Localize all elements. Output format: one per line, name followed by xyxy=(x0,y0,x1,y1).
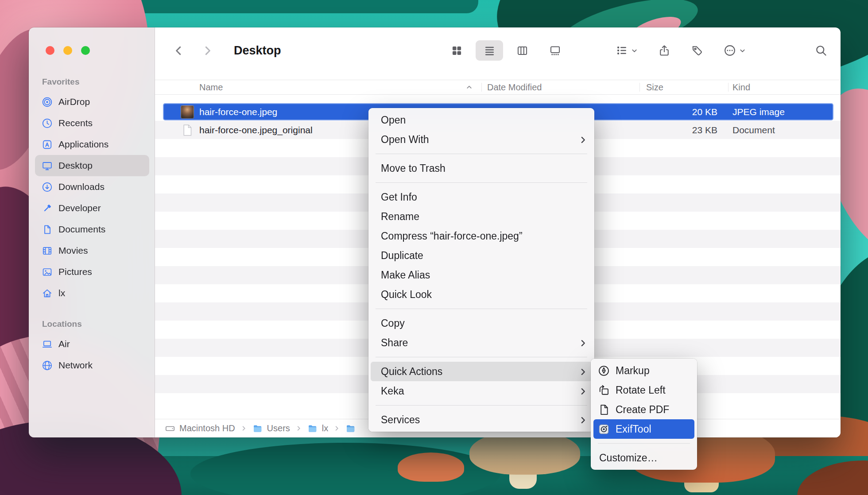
submenu-item-label: Customize… xyxy=(599,452,658,464)
forward-button[interactable] xyxy=(201,44,214,57)
submenu-item-exiftool[interactable]: ExifTool xyxy=(593,419,694,439)
menu-item-move-to-trash[interactable]: Move to Trash xyxy=(371,159,592,178)
back-button[interactable] xyxy=(172,44,185,57)
gallery-view-icon xyxy=(549,45,561,57)
desktop-icon xyxy=(42,160,53,171)
chevron-right-icon xyxy=(579,368,587,375)
grid-view-icon xyxy=(451,45,463,57)
submenu-item-label: ExifTool xyxy=(616,423,651,435)
submenu-item-label: Create PDF xyxy=(616,404,669,416)
list-view-button[interactable] xyxy=(476,40,503,61)
document-file-icon xyxy=(181,124,194,137)
back-chevron-icon xyxy=(172,44,185,57)
column-divider[interactable] xyxy=(639,83,640,92)
submenu-item-customize[interactable]: Customize… xyxy=(593,448,694,468)
menu-item-get-info[interactable]: Get Info xyxy=(371,187,592,207)
chevron-right-icon xyxy=(579,339,587,347)
submenu-item-create-pdf[interactable]: Create PDF xyxy=(593,400,694,419)
more-actions-button[interactable] xyxy=(724,44,746,57)
menu-item-quick-actions[interactable]: Quick Actions xyxy=(371,362,592,381)
downloads-icon xyxy=(42,182,53,193)
menu-separator xyxy=(376,154,587,154)
menu-item-label: Duplicate xyxy=(381,250,423,262)
chevron-right-icon xyxy=(295,425,302,432)
sidebar-item-home[interactable]: lx xyxy=(35,282,149,304)
column-header-name[interactable]: Name xyxy=(199,82,223,93)
path-item-label: Macintosh HD xyxy=(179,423,235,433)
close-button[interactable] xyxy=(46,46,54,55)
sidebar-item-label: Documents xyxy=(58,224,105,235)
menu-item-open-with[interactable]: Open With xyxy=(371,130,592,149)
search-button[interactable] xyxy=(815,44,827,57)
tags-button[interactable] xyxy=(691,44,703,57)
sidebar-item-network[interactable]: Network xyxy=(35,355,149,376)
menu-item-keka[interactable]: Keka xyxy=(371,381,592,401)
column-header-date-modified[interactable]: Date Modified xyxy=(487,82,542,93)
menu-item-quick-look[interactable]: Quick Look xyxy=(371,285,592,304)
sidebar-section-locations: Locations xyxy=(42,319,155,329)
menu-item-open[interactable]: Open xyxy=(371,110,592,130)
path-item-label: lx xyxy=(322,423,328,433)
path-item-macintosh-hd[interactable]: Macintosh HD xyxy=(165,423,235,434)
column-header-size[interactable]: Size xyxy=(646,82,663,93)
sidebar-item-pictures[interactable]: Pictures xyxy=(35,261,149,282)
menu-item-copy[interactable]: Copy xyxy=(371,313,592,333)
sidebar-item-downloads[interactable]: Downloads xyxy=(35,176,149,197)
menu-separator xyxy=(376,405,587,406)
exiftool-app-icon xyxy=(598,423,610,435)
submenu-item-label: Rotate Left xyxy=(616,384,666,396)
share-button[interactable] xyxy=(658,44,670,57)
zoom-button[interactable] xyxy=(81,46,90,55)
sidebar-item-applications[interactable]: Applications xyxy=(35,134,149,155)
sidebar-item-movies[interactable]: Movies xyxy=(35,240,149,261)
sidebar-item-developer[interactable]: Developer xyxy=(35,197,149,219)
menu-item-label: Quick Look xyxy=(381,289,432,301)
menu-item-label: Keka xyxy=(381,385,404,397)
path-item-lx[interactable]: lx xyxy=(307,423,328,434)
menu-item-rename[interactable]: Rename xyxy=(371,207,592,226)
columns-view-button[interactable] xyxy=(508,40,536,61)
column-divider[interactable] xyxy=(728,83,728,92)
column-divider[interactable] xyxy=(481,83,482,92)
home-icon xyxy=(42,288,53,299)
sidebar-item-label: Developer xyxy=(58,203,101,213)
chevron-down-icon xyxy=(631,47,638,54)
sidebar-item-air[interactable]: Air xyxy=(35,333,149,355)
menu-separator xyxy=(376,309,587,309)
minimize-button[interactable] xyxy=(63,46,72,55)
folder-icon xyxy=(345,423,356,434)
group-button[interactable] xyxy=(616,44,638,57)
toolbar-actions xyxy=(616,44,746,57)
submenu-item-rotate-left[interactable]: Rotate Left xyxy=(593,380,694,400)
file-kind: JPEG image xyxy=(732,107,785,117)
file-kind: Document xyxy=(732,125,775,135)
menu-item-duplicate[interactable]: Duplicate xyxy=(371,246,592,265)
menu-item-make-alias[interactable]: Make Alias xyxy=(371,265,592,285)
column-header-kind[interactable]: Kind xyxy=(732,82,750,93)
menu-item-label: Make Alias xyxy=(381,269,430,281)
documents-icon xyxy=(42,224,53,235)
sidebar-item-desktop[interactable]: Desktop xyxy=(35,155,149,176)
sidebar-item-documents[interactable]: Documents xyxy=(35,219,149,240)
menu-item-label: Copy xyxy=(381,317,405,329)
path-item-folder[interactable] xyxy=(345,423,356,434)
airdrop-icon xyxy=(42,97,53,108)
jpeg-thumbnail-icon xyxy=(181,105,194,119)
sidebar-item-recents[interactable]: Recents xyxy=(35,112,149,134)
menu-item-services[interactable]: Services xyxy=(371,410,592,429)
columns-view-icon xyxy=(516,45,528,57)
menu-separator xyxy=(376,182,587,183)
path-item-users[interactable]: Users xyxy=(252,423,290,434)
group-icon xyxy=(616,44,628,57)
sidebar-item-label: Movies xyxy=(58,245,88,256)
gallery-view-button[interactable] xyxy=(541,40,569,61)
submenu-item-markup[interactable]: Markup xyxy=(593,361,694,380)
grid-view-button[interactable] xyxy=(443,40,470,61)
menu-item-compress[interactable]: Compress “hair-force-one.jpeg” xyxy=(371,226,592,246)
menu-item-label: Open With xyxy=(381,134,429,146)
chevron-right-icon xyxy=(579,136,587,143)
chevron-right-icon xyxy=(240,425,247,432)
menu-item-label: Open xyxy=(381,114,406,126)
menu-item-share[interactable]: Share xyxy=(371,333,592,352)
sidebar-item-airdrop[interactable]: AirDrop xyxy=(35,91,149,112)
